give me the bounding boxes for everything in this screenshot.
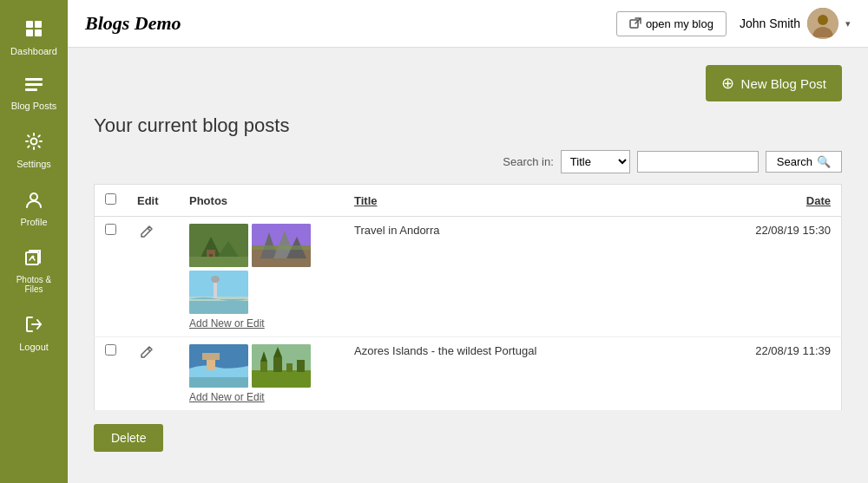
photo-thumb[interactable]	[189, 271, 248, 314]
avatar	[807, 8, 838, 39]
svg-rect-4	[25, 78, 43, 81]
date-column-header[interactable]: Date	[720, 185, 842, 217]
row-photos-cell: Add New or Edit	[179, 337, 344, 411]
search-icon: 🔍	[817, 155, 831, 168]
table-row: Add New or Edit Azores Islands - the wil…	[95, 337, 842, 411]
edit-post-button[interactable]	[137, 224, 155, 245]
search-button[interactable]: Search 🔍	[766, 151, 842, 173]
content-area: ⊕ New Blog Post Your current blog posts …	[68, 48, 868, 483]
add-new-or-edit-link[interactable]: Add New or Edit	[189, 317, 333, 330]
main-content: Blogs Demo open my blog John Smith	[68, 0, 868, 483]
svg-rect-37	[202, 353, 220, 360]
blog-posts-icon	[24, 77, 43, 97]
svg-rect-6	[25, 88, 37, 91]
sidebar-item-blog-posts-label: Blog Posts	[11, 101, 57, 111]
post-title: Azores Islands - the wildest Portugal	[354, 344, 536, 357]
open-blog-button[interactable]: open my blog	[616, 11, 727, 36]
row-checkbox-cell	[95, 217, 128, 337]
topbar-right: open my blog John Smith ▾	[616, 8, 851, 39]
sidebar: Dashboard Blog Posts Settings Profi	[0, 0, 68, 483]
sidebar-item-profile[interactable]: Profile	[0, 179, 68, 238]
sidebar-item-dashboard-label: Dashboard	[10, 46, 57, 56]
photos-files-icon	[24, 248, 43, 271]
row-checkbox[interactable]	[105, 224, 116, 235]
search-bar: Search in: Title Content Author Search 🔍	[94, 150, 842, 173]
row-edit-cell	[127, 337, 179, 411]
svg-line-33	[148, 349, 150, 351]
photo-thumb[interactable]	[252, 344, 311, 388]
sidebar-item-settings[interactable]: Settings	[0, 121, 68, 179]
svg-rect-44	[297, 360, 305, 372]
photo-grid	[189, 224, 333, 267]
row-photos-cell: Add New or Edit	[179, 217, 344, 337]
sidebar-item-dashboard[interactable]: Dashboard	[0, 9, 68, 67]
photo-thumb[interactable]	[189, 344, 248, 388]
svg-rect-1	[35, 21, 42, 28]
row-checkbox[interactable]	[105, 344, 116, 356]
select-all-checkbox[interactable]	[105, 193, 116, 205]
svg-rect-32	[189, 301, 248, 314]
plus-circle-icon: ⊕	[721, 74, 734, 93]
post-title: Travel in Andorra	[354, 224, 440, 237]
photo-thumb[interactable]	[252, 224, 311, 267]
dashboard-icon	[24, 19, 43, 42]
add-new-or-edit-link[interactable]: Add New or Edit	[189, 391, 333, 403]
photo-thumb[interactable]	[189, 224, 248, 267]
svg-point-7	[31, 139, 37, 145]
row-date-cell: 22/08/19 11:39	[720, 337, 842, 411]
svg-point-14	[818, 15, 828, 25]
page-title: Your current blog posts	[94, 114, 842, 137]
svg-rect-38	[189, 377, 248, 388]
user-menu[interactable]: John Smith ▾	[740, 8, 851, 39]
table-row: Add New or Edit Travel in Andorra 22/08/…	[95, 217, 842, 337]
delete-section: Delete	[94, 424, 842, 452]
sidebar-item-profile-label: Profile	[20, 217, 47, 227]
svg-rect-27	[252, 245, 311, 250]
svg-rect-9	[26, 252, 38, 264]
svg-point-8	[30, 193, 37, 200]
svg-rect-3	[35, 29, 42, 36]
sidebar-item-photos-files-label: Photos & Files	[16, 275, 52, 294]
user-name: John Smith	[740, 16, 800, 30]
photos-column-header: Photos	[179, 185, 344, 217]
logout-icon	[24, 315, 43, 338]
photo-grid-row2	[189, 271, 333, 314]
svg-point-10	[32, 256, 35, 258]
search-in-label: Search in:	[503, 155, 554, 168]
row-checkbox-cell	[95, 337, 128, 411]
sidebar-item-settings-label: Settings	[16, 159, 51, 169]
svg-rect-41	[260, 362, 267, 372]
sidebar-item-logout-label: Logout	[19, 342, 49, 352]
svg-rect-5	[25, 83, 43, 86]
title-column-header[interactable]: Title	[344, 185, 720, 217]
external-link-icon	[629, 17, 641, 29]
new-post-section: ⊕ New Blog Post	[94, 65, 842, 101]
svg-point-31	[211, 276, 220, 283]
topbar: Blogs Demo open my blog John Smith	[68, 0, 868, 48]
search-input[interactable]	[637, 151, 759, 173]
sidebar-item-photos-files[interactable]: Photos & Files	[0, 238, 68, 304]
row-edit-cell	[127, 217, 179, 337]
sidebar-item-blog-posts[interactable]: Blog Posts	[0, 67, 68, 121]
select-all-header	[95, 185, 128, 217]
svg-rect-0	[26, 21, 33, 28]
svg-rect-21	[189, 257, 248, 267]
svg-rect-43	[286, 363, 293, 372]
svg-rect-42	[273, 357, 282, 372]
svg-rect-2	[26, 29, 33, 36]
table-header-row: Edit Photos Title Date	[95, 185, 842, 217]
edit-post-button[interactable]	[137, 344, 155, 365]
app-logo: Blogs Demo	[85, 12, 181, 35]
row-title-cell: Travel in Andorra	[344, 217, 720, 337]
new-blog-post-button[interactable]: ⊕ New Blog Post	[706, 65, 842, 101]
search-in-select[interactable]: Title Content Author	[561, 150, 630, 173]
row-title-cell: Azores Islands - the wildest Portugal	[344, 337, 720, 411]
profile-icon	[24, 190, 43, 213]
svg-rect-40	[252, 370, 311, 388]
sidebar-item-logout[interactable]: Logout	[0, 304, 68, 362]
row-date-cell: 22/08/19 15:30	[720, 217, 842, 337]
delete-button[interactable]: Delete	[94, 424, 163, 452]
svg-line-15	[148, 228, 150, 231]
user-chevron-icon: ▾	[845, 18, 851, 29]
edit-column-header: Edit	[127, 185, 179, 217]
